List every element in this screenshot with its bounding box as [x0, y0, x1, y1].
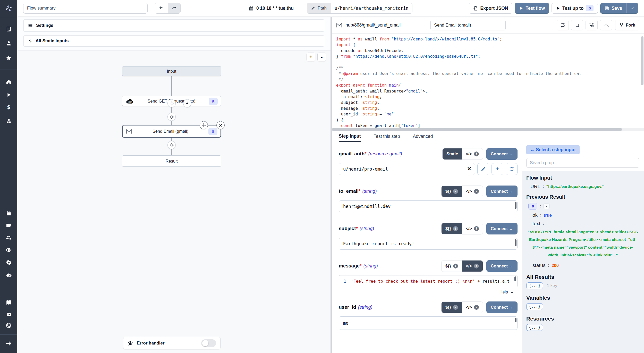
expand-arrow-icon[interactable]	[5, 340, 12, 347]
prop-value-ok[interactable]: true	[544, 213, 552, 218]
sync-arrows-button[interactable]	[557, 20, 569, 30]
error-handler-bar[interactable]: Error handler	[123, 337, 221, 349]
delete-step-button[interactable]	[216, 121, 225, 129]
zoom-out-button[interactable]: -	[317, 53, 326, 61]
windmill-logo-icon[interactable]	[5, 4, 13, 12]
flow-summary-input[interactable]	[23, 3, 148, 14]
prop-key-url[interactable]: URL	[530, 184, 540, 189]
refresh-resource-button[interactable]	[506, 163, 518, 175]
mode-expr[interactable]: ${}i	[442, 223, 462, 234]
move-step-handle[interactable]	[200, 121, 208, 129]
undo-button[interactable]	[155, 3, 168, 13]
groups-gear-icon[interactable]	[5, 234, 12, 241]
connect-button[interactable]: Connect →	[486, 186, 518, 197]
home-icon[interactable]	[6, 79, 12, 85]
prop-value-status[interactable]: 200	[552, 263, 559, 268]
stop-square-button[interactable]	[571, 20, 583, 30]
github-icon[interactable]	[5, 322, 12, 329]
edit-resource-button[interactable]	[477, 163, 489, 175]
sleep-bench-button[interactable]	[600, 20, 612, 30]
mode-javascript[interactable]: </>i	[462, 148, 483, 159]
folders-icon[interactable]	[6, 222, 12, 228]
hub-script-path[interactable]: hub/868/gmail/_send_email	[345, 22, 401, 28]
settings-gear-icon[interactable]	[6, 259, 12, 266]
add-step-button[interactable]	[167, 99, 176, 107]
resources-object-chip[interactable]: {...}	[526, 324, 543, 331]
mode-javascript[interactable]: </>i	[462, 223, 483, 234]
tab-advanced[interactable]: Advanced	[413, 131, 433, 142]
redo-button[interactable]	[168, 3, 180, 13]
variables-object-chip[interactable]: {...}	[526, 303, 543, 310]
mode-expr[interactable]: ${}i	[442, 260, 462, 272]
prop-key-status[interactable]: status	[532, 263, 546, 268]
mode-javascript[interactable]: </>i	[462, 260, 483, 272]
phone-incoming-button[interactable]	[586, 20, 598, 30]
zoom-in-button[interactable]: +	[307, 53, 315, 61]
clear-x-icon[interactable]: ✕	[467, 166, 471, 172]
step-a-badge[interactable]: a	[528, 203, 537, 209]
save-dropdown-button[interactable]	[626, 3, 638, 13]
runs-play-icon[interactable]	[6, 92, 12, 98]
mode-javascript[interactable]: </>i	[462, 186, 483, 197]
connect-button[interactable]: Connect →	[486, 260, 518, 272]
variables-dollar-icon[interactable]: $	[6, 104, 12, 110]
flow-canvas[interactable]: + - Input HTTP Send GET Request (http) a	[17, 51, 331, 353]
gmail-auth-resource-input[interactable]	[339, 163, 475, 175]
user-id-input[interactable]	[339, 316, 518, 330]
mode-expr[interactable]: ${}i	[442, 186, 462, 197]
step-title-input[interactable]	[430, 20, 506, 30]
flow-node-gmail-selected[interactable]: Send Email (gmail) b	[122, 125, 221, 138]
add-step-button[interactable]	[167, 141, 176, 149]
export-json-button[interactable]: Export JSON	[469, 3, 513, 14]
code-vertical-scrollbar[interactable]	[641, 36, 643, 85]
test-flow-button[interactable]: Test flow	[515, 3, 549, 14]
all-results-object-chip[interactable]: {...}	[526, 282, 543, 289]
help-link[interactable]: Help	[499, 290, 508, 295]
subject-input[interactable]	[339, 238, 518, 250]
connect-button[interactable]: Connect →	[486, 223, 518, 234]
connect-button[interactable]: Connect →	[486, 301, 518, 313]
chevron-down-icon[interactable]	[510, 290, 514, 294]
save-button[interactable]: Save	[600, 3, 626, 13]
worker-robot-icon[interactable]	[5, 272, 12, 279]
tab-step-input[interactable]: Step Input	[339, 131, 361, 142]
code-editor[interactable]: import * as wmill from "https://deno.lan…	[332, 34, 644, 128]
workspace-building-icon[interactable]	[6, 26, 12, 32]
prop-value-text[interactable]: "<!DOCTYPE html> <html lang="en"> <head>…	[526, 228, 639, 259]
to-email-input[interactable]	[339, 200, 518, 212]
path-edit-button[interactable]: Path	[307, 3, 331, 13]
mode-javascript[interactable]: </>i	[462, 302, 483, 313]
audit-eye-icon[interactable]	[5, 247, 12, 253]
message-expression-editor[interactable]: 1 'Feel free to check out the latest rep…	[339, 275, 518, 287]
test-up-to-button[interactable]: Test up to b	[552, 3, 598, 14]
mode-expr[interactable]: ${}i	[442, 302, 462, 313]
error-handler-toggle[interactable]	[201, 339, 216, 347]
resources-cubes-icon[interactable]	[6, 118, 12, 124]
add-step-button[interactable]	[167, 113, 176, 121]
connect-button[interactable]: Connect →	[486, 148, 518, 160]
select-step-input-pill[interactable]: ← Select a step input	[526, 145, 580, 154]
tab-test-this-step[interactable]: Test this step	[374, 131, 400, 142]
schedule-summary[interactable]: 0 10 18 * * tue,thu	[249, 0, 294, 17]
save-button-group: Save	[600, 3, 638, 14]
path-value[interactable]: u/henri/earthquake_monitorin	[331, 3, 412, 13]
fork-button[interactable]: Fork	[615, 20, 639, 30]
prop-value-url[interactable]: "https://earthquake.usgs.gov/"	[546, 184, 605, 189]
prop-key-text[interactable]: text	[532, 221, 540, 226]
flow-node-result[interactable]: Result	[122, 155, 221, 167]
all-static-inputs-bar[interactable]: $ All Static Inputs	[23, 35, 324, 47]
favorites-star-icon[interactable]	[6, 55, 12, 61]
user-icon[interactable]	[6, 40, 12, 46]
mode-static[interactable]: Static	[443, 148, 462, 159]
collapse-chip[interactable]: -	[544, 204, 549, 209]
flow-node-input[interactable]: Input	[122, 66, 221, 76]
add-trigger-bolt-button[interactable]	[183, 99, 191, 107]
schedules-calendar-icon[interactable]	[6, 211, 12, 216]
prop-key-ok[interactable]: ok	[532, 212, 538, 218]
docs-book-icon[interactable]	[5, 299, 12, 306]
discord-icon[interactable]	[5, 311, 12, 318]
search-prop-input[interactable]	[526, 158, 639, 168]
add-resource-button[interactable]: +	[492, 163, 503, 175]
code-horizontal-scrollbar[interactable]	[332, 128, 644, 131]
settings-bar[interactable]: Settings	[23, 19, 324, 32]
